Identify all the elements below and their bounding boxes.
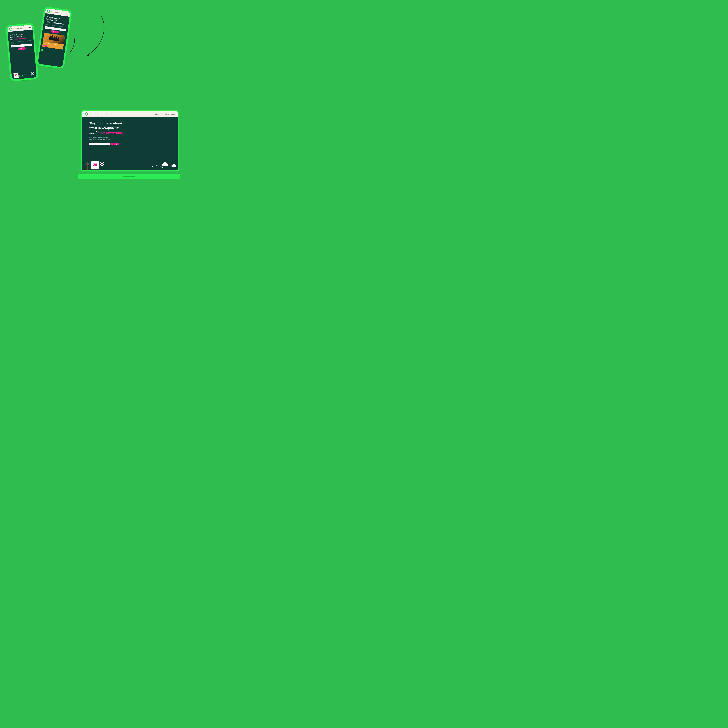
nav-link-contact[interactable]: Contact (171, 113, 175, 115)
person-4 (55, 37, 57, 41)
laptop-signup-button[interactable]: Sign Up (110, 142, 119, 145)
hamburger-line-2 (29, 27, 31, 28)
svg-point-3 (47, 10, 49, 12)
checkered-flag (100, 162, 104, 166)
phone1-logo-icon (9, 28, 12, 31)
laptop-title-accent: our community (100, 130, 124, 135)
person-2 (51, 36, 53, 40)
phone2-hero: Explore, Connect, Transform with Intenti… (38, 13, 70, 67)
laptop-bottom-decor: 29 EVENT DAY (82, 158, 177, 170)
phone1-subtitle: Announcements, updates and more... Sign … (11, 40, 32, 44)
phone1-calendar: 29 EVENT DAY (13, 72, 19, 79)
hamburger-line-6 (66, 14, 68, 15)
nav-link-events[interactable]: Events (155, 113, 159, 115)
laptop-title-line1: Stay up to date about (89, 121, 122, 125)
hamburger-line-4 (67, 13, 69, 14)
laptop-hero-subtitle: Announcements, updates and more... Sign … (89, 137, 171, 140)
laptop-screen: THE INTENTIONAL COMMUNITY Events Blog Ab… (81, 110, 179, 171)
tower-top (86, 162, 90, 165)
phone1-logo: THE INTENTIONAL COMMUNITY (9, 26, 23, 31)
nav-link-about[interactable]: About (165, 113, 169, 115)
phone1-email-input[interactable]: Email Address (11, 43, 32, 47)
person-1 (49, 37, 51, 40)
phone2-hamburger[interactable] (66, 13, 69, 15)
phone1-cal-number: 29 (15, 74, 17, 76)
svg-point-4 (86, 113, 87, 115)
laptop-nav: THE INTENTIONAL COMMUNITY Events Blog Ab… (82, 111, 177, 117)
laptop-subtitle-line2: Sign up for our newsletter launching soo… (89, 139, 111, 140)
laptop-logo-text: THE INTENTIONAL COMMUNITY (89, 113, 109, 115)
cloud-right (171, 165, 176, 167)
phone1-signup-button[interactable]: Sign Up (18, 47, 26, 50)
phone1-tic-text: g.TIC. (18, 74, 25, 78)
phone2-card-tag: EQUITY (43, 45, 47, 47)
laptop-cal-label: EVENT DAY (93, 167, 97, 167)
laptop-base (78, 174, 180, 179)
phone2-logo-icon (47, 9, 50, 13)
phone2-signup-button[interactable]: Sign Up (51, 30, 59, 34)
laptop-title-line2: latest developments (89, 126, 119, 130)
laptop-hero: Stay up to date about latest development… (82, 117, 177, 170)
phone2-title: Explore, Connect, Transform with Intenti… (46, 16, 67, 26)
green-dot (41, 49, 43, 52)
laptop-cal-number: 29 (93, 163, 97, 167)
person-5 (57, 38, 59, 41)
laptop-nav-links: Events Blog About Contact (155, 113, 175, 115)
arrow-icon: ↩ (121, 142, 123, 145)
phone1-cal-label: EVENT DAY (15, 76, 18, 77)
phone2-logo-text: THE INTENTIONAL COMMUNITY (51, 11, 61, 13)
laptop-email-input[interactable]: Email Address (89, 142, 110, 145)
arc-decoration (148, 162, 165, 169)
person-3 (53, 37, 55, 41)
svg-point-2 (10, 28, 12, 30)
laptop-hero-title: Stay up to date about latest development… (89, 121, 171, 135)
phone1-title-line3-prefix: within (10, 38, 15, 40)
nav-link-blog[interactable]: Blog (161, 113, 163, 115)
sparkle-icon: ✦ (64, 31, 66, 34)
laptop-calendar: 29 EVENT DAY (91, 161, 99, 170)
laptop: THE INTENTIONAL COMMUNITY Events Blog Ab… (78, 110, 180, 179)
phone1-hamburger[interactable] (29, 27, 31, 28)
laptop-title-line3-prefix: within (89, 130, 100, 135)
phone2-card: Our Clean Beauty Event was a Hit! EQUITY (42, 33, 65, 50)
phone1-logo-text: THE INTENTIONAL COMMUNITY (13, 28, 23, 29)
hamburger-line-1 (29, 27, 31, 27)
laptop-hinge (123, 176, 136, 177)
laptop-logo: THE INTENTIONAL COMMUNITY (85, 112, 109, 116)
laptop-subtitle-line1: Announcements, updates and more... (89, 137, 109, 138)
laptop-logo-icon (85, 112, 88, 116)
phone1-pattern (31, 72, 34, 75)
tower-decoration (87, 165, 88, 170)
phone1-title: Stay up to date about latest development… (10, 32, 31, 41)
phone1-form: Email Address Sign Up (11, 43, 32, 50)
phone-1: THE INTENTIONAL COMMUNITY Stay up to dat… (6, 23, 38, 81)
phone1-bottom-decoration: 29 EVENT DAY g.TIC. (11, 67, 37, 80)
hamburger-line-3 (29, 28, 31, 28)
tower-trunk (87, 165, 88, 170)
laptop-form: Email Address Sign Up ↩ (89, 142, 171, 145)
hamburger-line-5 (66, 14, 68, 14)
phone1-hero: Stay up to date about latest development… (8, 30, 37, 80)
